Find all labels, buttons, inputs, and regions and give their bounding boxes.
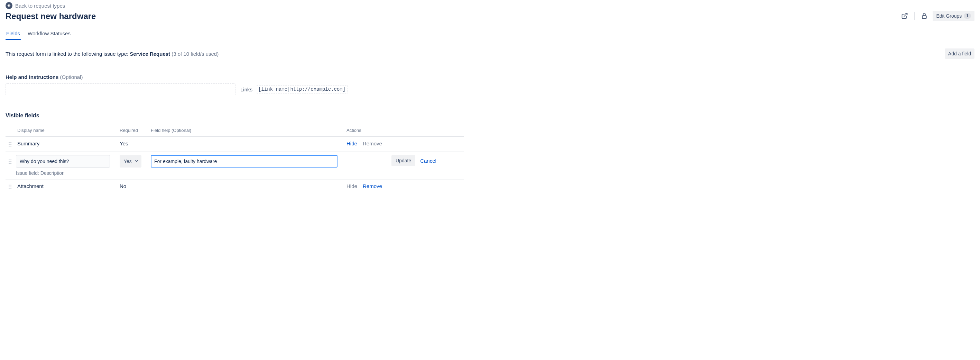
table-row: Attachment No Hide Remove: [6, 180, 464, 194]
svg-point-6: [10, 144, 11, 145]
table-row-editing: Issue field: Description Yes Update Canc…: [6, 152, 464, 180]
edit-groups-button[interactable]: Edit Groups 1: [932, 11, 974, 21]
open-external-icon[interactable]: [899, 10, 910, 21]
links-label: Links: [240, 86, 253, 93]
update-button[interactable]: Update: [391, 155, 415, 166]
col-required: Required: [117, 125, 148, 137]
unlock-icon[interactable]: [919, 10, 930, 21]
svg-point-10: [10, 160, 11, 160]
hide-action[interactable]: Hide: [347, 141, 357, 146]
drag-handle-icon[interactable]: [8, 158, 12, 164]
svg-point-7: [9, 146, 10, 146]
svg-point-18: [10, 187, 11, 187]
visible-fields-table: Display name Required Field help (Option…: [6, 125, 464, 194]
svg-point-17: [9, 187, 10, 187]
svg-point-16: [10, 185, 11, 186]
edit-groups-count: 1: [964, 13, 971, 19]
tab-workflow-statuses[interactable]: Workflow Statuses: [27, 28, 71, 40]
required-select[interactable]: Yes: [120, 155, 142, 168]
required-cell: Yes: [117, 137, 148, 152]
field-help-input[interactable]: [151, 155, 337, 168]
col-display-name: Display name: [14, 125, 117, 137]
cancel-button[interactable]: Cancel: [420, 158, 436, 164]
divider: [914, 12, 915, 20]
add-a-field-button[interactable]: Add a field: [945, 48, 974, 59]
required-cell: No: [117, 180, 148, 194]
tab-fields[interactable]: Fields: [6, 28, 21, 40]
back-to-request-types-link[interactable]: Back to request types: [6, 2, 65, 9]
svg-point-9: [9, 160, 10, 160]
svg-point-12: [10, 161, 11, 162]
back-link-label: Back to request types: [15, 3, 65, 9]
display-name-cell: Summary: [14, 137, 117, 152]
remove-action-disabled: Remove: [363, 141, 382, 146]
svg-line-1: [904, 13, 907, 17]
header-actions: Edit Groups 1: [899, 10, 974, 21]
col-actions: Actions: [344, 125, 464, 137]
table-row: Summary Yes Hide Remove: [6, 137, 464, 152]
display-name-cell: Attachment: [14, 180, 117, 194]
svg-point-13: [9, 163, 10, 164]
svg-point-5: [9, 144, 10, 145]
edit-groups-label: Edit Groups: [936, 13, 962, 19]
help-instructions-input[interactable]: [6, 83, 235, 95]
svg-point-3: [9, 142, 10, 143]
page-title: Request new hardware: [6, 11, 96, 21]
svg-point-4: [10, 142, 11, 143]
svg-rect-2: [923, 16, 927, 18]
issue-field-note: Issue field: Description: [16, 170, 114, 176]
arrow-left-icon: [6, 2, 13, 9]
drag-handle-icon[interactable]: [8, 141, 12, 147]
chevron-down-icon: [135, 158, 138, 164]
svg-point-19: [9, 188, 10, 189]
linked-issue-type-info: This request form is linked to the follo…: [6, 51, 218, 57]
drag-handle-icon[interactable]: [8, 183, 12, 189]
col-field-help: Field help (Optional): [148, 125, 344, 137]
required-select-value: Yes: [124, 158, 132, 164]
hide-action-disabled: Hide: [347, 183, 357, 189]
tabs: Fields Workflow Statuses: [6, 28, 974, 40]
svg-point-15: [9, 185, 10, 186]
svg-point-20: [10, 188, 11, 189]
svg-point-14: [10, 163, 11, 164]
remove-action[interactable]: Remove: [363, 183, 382, 189]
svg-point-8: [10, 146, 11, 146]
visible-fields-heading: Visible fields: [6, 112, 974, 119]
help-instructions-heading: Help and instructions (Optional): [6, 74, 974, 80]
svg-point-11: [9, 161, 10, 162]
links-hint: [link name|http://example.com]: [256, 85, 348, 93]
display-name-input[interactable]: [16, 155, 110, 168]
